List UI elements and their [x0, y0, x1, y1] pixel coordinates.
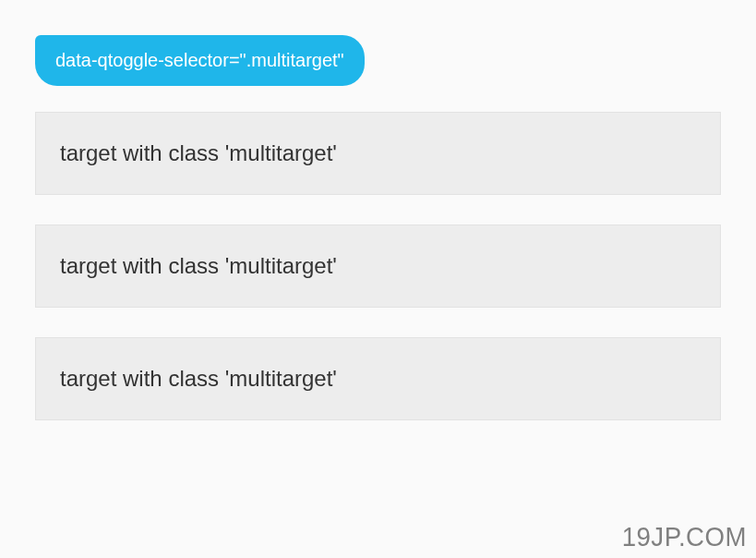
target-box-label: target with class 'multitarget' [60, 366, 337, 391]
target-list: target with class 'multitarget' target w… [35, 112, 721, 420]
target-box-label: target with class 'multitarget' [60, 140, 337, 165]
target-box: target with class 'multitarget' [35, 337, 721, 420]
watermark: 19JP.COM [622, 521, 747, 552]
target-box-label: target with class 'multitarget' [60, 253, 337, 278]
target-box: target with class 'multitarget' [35, 224, 721, 308]
qtoggle-button[interactable]: data-qtoggle-selector=".multitarget" [35, 35, 365, 86]
target-box: target with class 'multitarget' [35, 112, 721, 195]
qtoggle-button-label: data-qtoggle-selector=".multitarget" [55, 50, 344, 70]
